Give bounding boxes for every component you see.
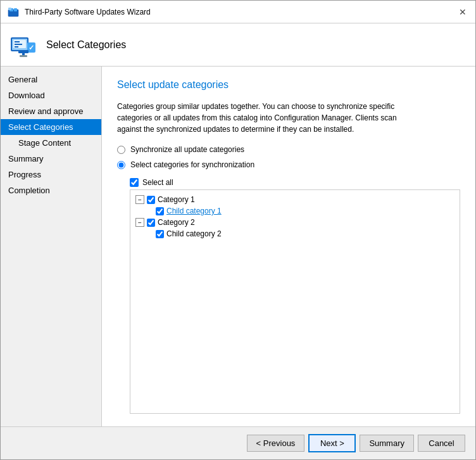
- cancel-button[interactable]: Cancel: [418, 435, 465, 452]
- tree-inner: Category 1 Child category 1 Category 2: [130, 190, 460, 243]
- content-title: Select update categories: [117, 79, 460, 91]
- radio-select-categories[interactable]: Select categories for synchronization: [117, 160, 460, 169]
- window-icon: [7, 6, 20, 18]
- sidebar-item-download[interactable]: Download: [1, 87, 101, 103]
- radio-sync-all-label: Synchronize all update categories: [130, 145, 244, 154]
- sidebar-item-general[interactable]: General: [1, 72, 101, 87]
- close-button[interactable]: ✕: [456, 6, 469, 18]
- expander-cat1[interactable]: [135, 195, 144, 204]
- next-button[interactable]: Next >: [308, 434, 356, 452]
- tree-node-cat1: Category 1: [133, 194, 457, 205]
- title-bar-left: Third-Party Software Updates Wizard: [7, 6, 151, 18]
- header-title: Select Categories: [46, 39, 126, 51]
- main-area: General Download Review and approve Sele…: [1, 67, 475, 426]
- radio-select-label: Select categories for synchronization: [130, 160, 254, 169]
- checkbox-cat1[interactable]: [147, 196, 155, 204]
- title-bar: Third-Party Software Updates Wizard ✕: [1, 1, 475, 23]
- header-bar: ✓ Select Categories: [1, 23, 475, 67]
- radio-sync-all[interactable]: Synchronize all update categories: [117, 145, 460, 154]
- svg-rect-7: [15, 41, 20, 42]
- sidebar-item-progress[interactable]: Progress: [1, 167, 101, 182]
- radio-select-input[interactable]: [117, 161, 125, 169]
- sidebar: General Download Review and approve Sele…: [1, 67, 102, 426]
- label-cat2: Category 2: [158, 218, 195, 227]
- sidebar-item-stage-content[interactable]: Stage Content: [1, 135, 101, 151]
- sidebar-item-summary[interactable]: Summary: [1, 151, 101, 167]
- header-icon: ✓: [9, 31, 37, 59]
- checkbox-child2[interactable]: [156, 230, 164, 238]
- tree-node-child1: Child category 1: [133, 205, 457, 217]
- sidebar-item-select-categories[interactable]: Select Categories: [1, 119, 101, 135]
- svg-rect-2: [14, 8, 17, 11]
- select-all-row: Select all: [130, 178, 460, 187]
- label-cat1: Category 1: [158, 195, 195, 204]
- radio-group: Synchronize all update categories Select…: [117, 145, 460, 169]
- select-all-label: Select all: [142, 178, 173, 187]
- svg-rect-8: [15, 44, 22, 45]
- tree-node-child2: Child category 2: [133, 228, 457, 240]
- sidebar-item-completion[interactable]: Completion: [1, 182, 101, 198]
- svg-rect-9: [15, 46, 18, 48]
- description-text: Categories group similar updates togethe…: [117, 101, 421, 135]
- svg-rect-13: [22, 53, 25, 55]
- summary-button[interactable]: Summary: [360, 435, 414, 452]
- expander-cat2[interactable]: [135, 218, 144, 227]
- window-title: Third-Party Software Updates Wizard: [25, 8, 151, 16]
- wizard-window: Third-Party Software Updates Wizard ✕ ✓ …: [0, 0, 476, 460]
- content-area: Select update categories Categories grou…: [102, 67, 475, 426]
- tree-container: Category 1 Child category 1 Category 2: [130, 189, 460, 414]
- sidebar-item-review-approve[interactable]: Review and approve: [1, 103, 101, 119]
- select-all-checkbox[interactable]: [130, 178, 139, 187]
- label-child2: Child category 2: [166, 229, 222, 238]
- radio-sync-all-input[interactable]: [117, 146, 125, 154]
- label-child1[interactable]: Child category 1: [166, 207, 222, 215]
- svg-rect-14: [20, 55, 27, 57]
- checkbox-child1[interactable]: [156, 207, 164, 215]
- tree-node-cat2: Category 2: [133, 217, 457, 228]
- footer-bar: < Previous Next > Summary Cancel: [1, 426, 475, 459]
- svg-text:✓: ✓: [28, 44, 34, 51]
- svg-rect-3: [8, 8, 11, 10]
- checkbox-cat2[interactable]: [147, 219, 155, 227]
- previous-button[interactable]: < Previous: [247, 435, 305, 452]
